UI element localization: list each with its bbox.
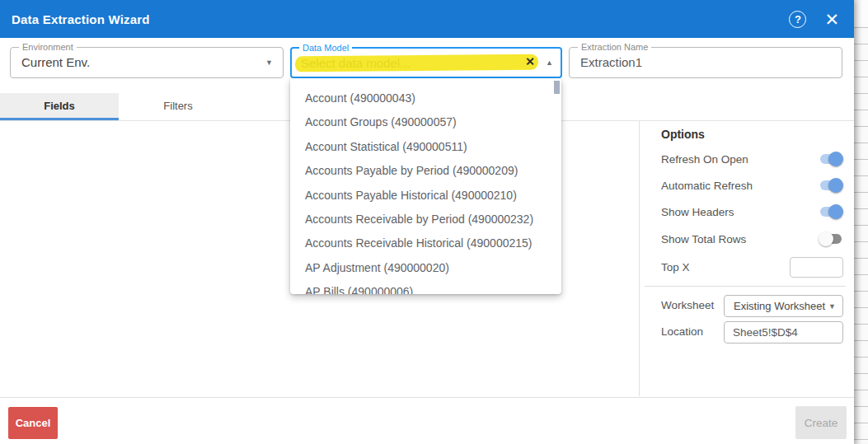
location-input[interactable] [724,321,843,344]
data-model-input[interactable] [301,50,523,75]
close-icon[interactable]: ✕ [824,11,839,28]
environment-select[interactable]: Environment Current Env. ▼ [10,47,284,78]
chevron-up-icon[interactable]: ▲ [546,58,553,67]
worksheet-label: Worksheet [661,299,714,311]
toggle-thumb [828,204,843,219]
dialog-title: Data Extraction Wizard [0,12,150,26]
show-headers-toggle[interactable] [819,204,843,219]
help-icon[interactable]: ? [789,11,806,28]
tab-filters[interactable]: Filters [119,93,237,120]
location-label: Location [661,325,703,338]
dropdown-item[interactable]: Account (490000043) [290,86,561,110]
dropdown-item[interactable]: AP Bills (490000006) [290,280,561,294]
cancel-button[interactable]: Cancel [8,407,58,439]
dropdown-item[interactable]: Accounts Receivable Historical (49000021… [290,231,561,255]
dropdown-item[interactable]: Accounts Receivable by Period (490000232… [290,208,561,231]
dropdown-item[interactable]: AP Adjustment (490000020) [290,256,561,280]
environment-label: Environment [19,42,77,53]
extraction-name-label: Extraction Name [578,42,651,53]
spreadsheet-background [854,0,868,444]
dropdown-item[interactable]: Accounts Payable by Period (490000209) [290,159,561,183]
dropdown-scrollbar-thumb[interactable] [554,81,560,94]
options-section-divider [645,286,846,287]
worksheet-value: Existing Worksheet [725,296,842,316]
options-heading: Options [661,128,705,141]
extraction-name-field[interactable]: Extraction Name [569,47,842,78]
footer-divider [0,397,854,398]
dialog-header: Data Extraction Wizard ? ✕ [0,0,854,38]
data-extraction-wizard-dialog: Data Extraction Wizard ? ✕ Environment C… [0,0,854,444]
chevron-down-icon[interactable]: ▼ [828,302,836,311]
dropdown-item[interactable]: Account Statistical (490000511) [290,135,561,159]
toggle-thumb [828,152,843,166]
automatic-refresh-toggle[interactable] [819,178,843,193]
automatic-refresh-label: Automatic Refresh [661,180,753,192]
screen: Data Extraction Wizard ? ✕ Environment C… [0,0,868,444]
show-headers-label: Show Headers [661,206,734,218]
show-total-rows-label: Show Total Rows [661,233,746,245]
dropdown-item[interactable]: Accounts Payable Historical (490000210) [290,184,561,208]
data-model-combobox[interactable]: Data Model ✕ ▲ [290,47,562,78]
header-icons: ? ✕ [789,11,854,28]
toggle-thumb [819,231,833,246]
tab-bar: Fields Filters [0,93,237,120]
show-total-rows-toggle[interactable] [819,231,843,246]
refresh-on-open-label: Refresh On Open [661,153,748,166]
create-button[interactable]: Create [795,406,847,439]
top-x-label: Top X [661,261,690,273]
data-model-dropdown: Account (490000043) Account Groups (4900… [290,78,561,294]
clear-selection-icon[interactable]: ✕ [525,54,535,70]
tab-fields[interactable]: Fields [0,93,119,120]
options-panel-divider [639,121,640,396]
dropdown-item[interactable]: Account Groups (490000057) [290,110,561,134]
refresh-on-open-toggle[interactable] [819,152,843,166]
worksheet-select[interactable]: Existing Worksheet ▼ [724,295,843,317]
spreadsheet-header-area [854,0,868,26]
toggle-thumb [828,178,843,193]
chevron-down-icon[interactable]: ▼ [265,58,273,67]
top-x-input[interactable] [790,257,843,278]
